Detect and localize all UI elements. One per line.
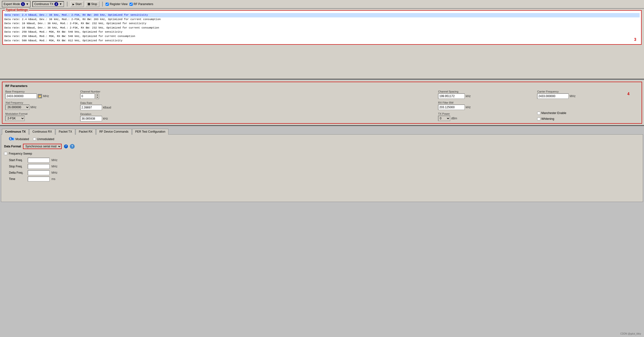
channel-number-label: Channel Number — [80, 90, 431, 93]
whitening-checkbox[interactable] — [537, 118, 540, 120]
expert-mode-label: Expert Mode — [4, 2, 20, 6]
section-number-6: 6 — [9, 137, 12, 140]
bottom-section: Continuous TX Continuous RX Packet TX Pa… — [0, 126, 644, 337]
settings-row-0[interactable]: Data rate: 2.4 kBaud, Dev.: 38 kHz, Mod.… — [4, 13, 640, 18]
modulation-format-select[interactable]: 2-FSK — [5, 116, 25, 121]
frequency-sweep-checkbox-row: Frequency Sweep — [4, 152, 640, 155]
start-freq-row: Start Freq. MHz — [9, 158, 640, 162]
continuous-tx-arrow-icon: ▼ — [59, 2, 62, 6]
base-frequency-label: Base Frequency — [5, 90, 73, 93]
settings-row-3[interactable]: Data rate: 10 kBaud, Dev.: 38 kHz, Mod.:… — [4, 26, 640, 30]
data-rate-label: Data Rate — [80, 102, 431, 104]
base-frequency-field: Base Frequency 📂 MHz — [5, 90, 73, 99]
delta-freq-input[interactable] — [28, 170, 50, 175]
tx-power-unit: dBm — [451, 117, 457, 120]
time-input[interactable] — [28, 176, 50, 182]
play-icon: ▶ — [72, 3, 74, 6]
stop-freq-unit: MHz — [52, 165, 58, 168]
settings-row-5[interactable]: Data rate: 250 kBaud, Mod.: MSK, RX BW: … — [4, 34, 640, 39]
continuous-tx-label: Continuous TX — [34, 2, 54, 6]
section-number-4: 4 — [627, 92, 630, 96]
whitening-label: Whitening — [541, 117, 554, 120]
start-freq-input[interactable] — [28, 158, 50, 162]
channel-spacing-input[interactable] — [438, 94, 465, 99]
frequency-fields: Start Freq. MHz Stop Freq. MHz Delta Fre… — [4, 158, 640, 182]
start-button[interactable]: ▶ Start — [70, 1, 84, 7]
deviation-unit: kHz — [103, 117, 108, 120]
manchester-enable-checkbox[interactable] — [537, 112, 540, 115]
help-button[interactable]: ? — [70, 144, 75, 149]
register-view-checkbox[interactable] — [106, 3, 109, 6]
typical-settings-box: Typical Settings Data rate: 2.4 kBaud, D… — [2, 10, 642, 45]
watermark: CDDN @gdut_tiikiy — [620, 332, 641, 335]
toolbar-separator-1 — [67, 2, 68, 6]
continuous-tx-badge: 2 — [54, 2, 58, 6]
modulated-label: Modulated — [16, 138, 29, 141]
tab-packet-tx[interactable]: Packet TX — [56, 129, 75, 134]
modulated-radio-label[interactable]: Modulated — [11, 138, 29, 141]
settings-row-2[interactable]: Data rate: 10 kBaud, Dev.: 38 kHz, Mod.:… — [4, 22, 640, 26]
base-frequency-input[interactable] — [5, 94, 37, 99]
start-freq-unit: MHz — [52, 158, 58, 162]
manchester-enable-field: Manchester Enable — [537, 111, 639, 115]
tx-power-select[interactable]: 0 — [438, 116, 450, 121]
deviation-input[interactable] — [80, 116, 102, 121]
tab-packet-rx[interactable]: Packet RX — [76, 129, 96, 134]
base-frequency-icon: 📂 — [38, 94, 42, 98]
channel-number-spinner[interactable]: ▲ ▼ — [96, 94, 99, 99]
data-format-select[interactable]: Synchronous serial mode — [23, 144, 62, 149]
page-layout: Expert Mode 1 ▼ Continuous TX 2 ▼ ▶ Star… — [0, 0, 644, 337]
channel-spacing-unit: kHz — [466, 94, 471, 98]
typical-settings-title: Typical Settings — [5, 8, 29, 12]
start-label: Start — [76, 2, 82, 6]
settings-row-6[interactable]: Data rate: 500 kBaud, Mod.: MSK, RX BW: … — [4, 39, 640, 43]
register-view-checkbox-label[interactable]: Register View — [106, 2, 128, 6]
data-rate-unit: kBaud — [103, 106, 111, 109]
unmodulated-radio[interactable] — [33, 138, 36, 140]
delta-freq-label: Delta Freq. — [9, 171, 26, 174]
rx-filter-bw-input[interactable] — [438, 104, 465, 110]
rf-parameters-checkbox-label[interactable]: RF Parameters — [130, 2, 153, 6]
stop-freq-input[interactable] — [28, 164, 50, 169]
channel-number-input[interactable] — [80, 94, 95, 99]
base-frequency-unit: MHz — [43, 94, 49, 98]
rf-parameters-checkbox[interactable] — [130, 3, 133, 6]
expert-mode-dropdown[interactable]: Expert Mode 1 ▼ — [2, 1, 30, 7]
tab-continuous-tx[interactable]: Continuous TX — [2, 129, 29, 134]
rx-filter-bw-unit: kHz — [466, 106, 471, 109]
carrier-frequency-input[interactable] — [537, 94, 568, 99]
modulation-radio-group: 6 Modulated Unmodulated — [9, 138, 640, 141]
stop-button[interactable]: Stop — [86, 1, 99, 7]
modulation-format-label: Modulation Format — [5, 112, 73, 115]
frequency-sweep-checkbox[interactable] — [4, 152, 7, 155]
deviation-field: Deviation kHz — [80, 112, 431, 121]
settings-row-4[interactable]: Data rate: 250 kBaud, Mod.: MSK, RX BW: … — [4, 30, 640, 34]
settings-row-1[interactable]: Data rate: 2.4 kBaud, Dev.: 38 kHz, Mod.… — [4, 18, 640, 22]
time-label: Time — [9, 177, 26, 181]
section-number-7: 7 — [64, 144, 68, 148]
continuous-tx-dropdown[interactable]: Continuous TX 2 ▼ — [32, 1, 64, 7]
data-rate-input[interactable] — [80, 105, 102, 110]
expert-mode-badge: 1 — [21, 2, 25, 6]
carrier-frequency-field: Carrier Frequency MHz — [537, 90, 639, 99]
toolbar: Expert Mode 1 ▼ Continuous TX 2 ▼ ▶ Star… — [0, 0, 644, 9]
time-unit: ms — [52, 177, 55, 181]
typical-settings-wrapper: Typical Settings Data rate: 2.4 kBaud, D… — [0, 9, 644, 79]
spinner-down-icon[interactable]: ▼ — [96, 96, 99, 98]
rx-filter-bw-field: RX Filter BW kHz — [438, 101, 530, 110]
xtal-frequency-select[interactable]: 26.000000 — [5, 104, 30, 110]
unmodulated-radio-label[interactable]: Unmodulated — [33, 138, 54, 141]
xtal-frequency-unit: MHz — [30, 106, 36, 109]
tab-rf-device-commands[interactable]: RF Device Commands — [96, 129, 132, 134]
rx-filter-bw-label: RX Filter BW — [438, 101, 530, 104]
spinner-up-icon[interactable]: ▲ — [96, 94, 99, 96]
frequency-sweep-section: Frequency Sweep Start Freq. MHz Stop Fre… — [4, 152, 640, 182]
settings-list: Data rate: 2.4 kBaud, Dev.: 38 kHz, Mod.… — [4, 13, 640, 43]
expert-mode-arrow-icon: ▼ — [26, 2, 29, 6]
tab-continuous-rx[interactable]: Continuous RX — [29, 129, 55, 134]
manchester-enable-label: Manchester Enable — [541, 111, 566, 115]
toolbar-separator-2 — [102, 2, 103, 6]
tab-per-test-config[interactable]: PER Test Configuration — [132, 129, 169, 134]
frequency-sweep-label: Frequency Sweep — [9, 152, 32, 155]
stop-freq-row: Stop Freq. MHz — [9, 164, 640, 169]
